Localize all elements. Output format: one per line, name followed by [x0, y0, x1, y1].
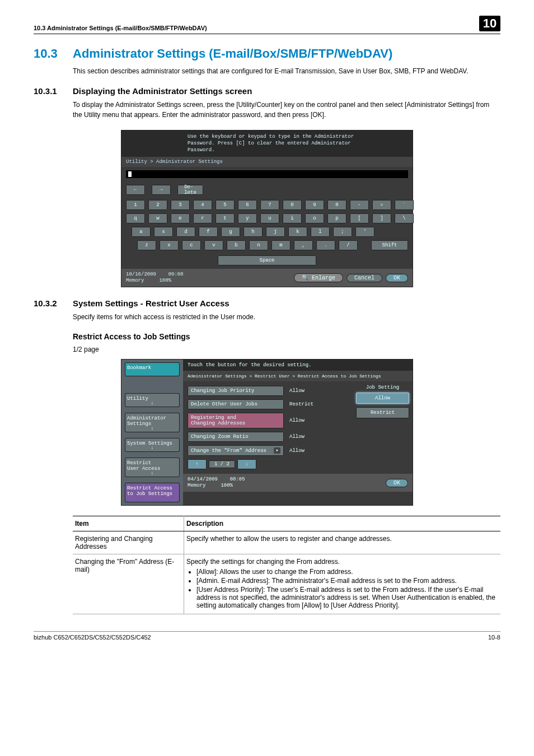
chevron-down-icon: ↓: [151, 400, 153, 406]
key-q[interactable]: q: [126, 213, 145, 223]
key-v[interactable]: v: [204, 240, 223, 250]
key-r[interactable]: r: [193, 213, 212, 223]
job-setting-label: Job Setting: [356, 385, 409, 390]
key-0[interactable]: 0: [327, 200, 346, 210]
sidebar-utility[interactable]: Utility↓: [125, 393, 180, 407]
key--[interactable]: -: [350, 200, 369, 210]
key-k[interactable]: k: [288, 227, 307, 237]
admin-password-screenshot: Use the keyboard or keypad to type in th…: [121, 130, 413, 287]
key-x[interactable]: x: [160, 240, 179, 250]
prompt-line-2: Password. Press [C] to clear the entered…: [188, 141, 354, 147]
space-key[interactable]: Space: [218, 255, 316, 265]
sidebar-restrict-user-access[interactable]: Restrict User Access↓: [125, 458, 180, 477]
sidebar-admin-settings[interactable]: Administrator Settings↓: [125, 413, 180, 432]
row-registering-changing-addresses[interactable]: Registering and Changing Addresses: [188, 413, 284, 428]
subsection-body: To display the Administrator Settings sc…: [73, 100, 500, 120]
row-delete-other-user-jobs[interactable]: Delete Other User Jobs: [188, 399, 284, 409]
footer-memory-value: 100%: [221, 483, 233, 488]
description-table: Item Description Registering and Changin…: [73, 516, 500, 614]
ok-button[interactable]: OK: [386, 274, 408, 282]
chevron-down-icon: ▾: [274, 447, 280, 454]
row-changing-zoom-ratio[interactable]: Changing Zoom Ratio: [188, 432, 284, 442]
key-i[interactable]: i: [283, 213, 302, 223]
table-row-desc: Specify the settings for changing the Fr…: [184, 554, 501, 614]
key-2[interactable]: 2: [148, 200, 167, 210]
h3-title: Restrict Access to Job Settings: [73, 332, 500, 341]
allow-button[interactable]: Allow: [356, 393, 409, 404]
restrict-access-screenshot: Bookmark Utility↓ Administrator Settings…: [121, 359, 413, 506]
th-item: Item: [73, 516, 184, 531]
footer-page-number: 10-8: [488, 634, 500, 641]
key-y[interactable]: y: [238, 213, 257, 223]
pager-down-button[interactable]: ↓: [237, 459, 256, 469]
key-=[interactable]: =: [372, 200, 391, 210]
subsection-body: Specify items for which access is restri…: [73, 312, 500, 322]
key-9[interactable]: 9: [305, 200, 324, 210]
footer-time: 09:08: [168, 272, 184, 277]
row-change-from-address[interactable]: Change the "From" Address▾: [188, 445, 284, 456]
pager-up-button[interactable]: ↑: [188, 459, 207, 469]
section-title: Administrator Settings (E-mail/Box/SMB/F…: [73, 46, 392, 61]
key-f[interactable]: f: [199, 227, 218, 237]
key-,[interactable]: ,: [294, 240, 313, 250]
key-\[interactable]: \: [395, 213, 414, 223]
key-d[interactable]: d: [176, 227, 195, 237]
shift-key[interactable]: Shift: [371, 240, 408, 250]
sidebar-restrict-access-job[interactable]: Restrict Access to Job Settings: [125, 483, 180, 502]
sidebar-system-settings[interactable]: System Settings↓: [125, 438, 180, 452]
subsection-number: 10.3.2: [34, 298, 73, 308]
arrow-left-button[interactable]: ←: [126, 185, 145, 195]
footer-model: bizhub C652/C652DS/C552/C552DS/C452: [34, 634, 488, 641]
sidebar-bookmark[interactable]: Bookmark: [125, 362, 180, 376]
key-`[interactable]: `: [395, 200, 414, 210]
key-s[interactable]: s: [154, 227, 173, 237]
key-][interactable]: ]: [372, 213, 391, 223]
cancel-button[interactable]: Cancel: [346, 274, 382, 282]
key-5[interactable]: 5: [216, 200, 235, 210]
key-c[interactable]: c: [182, 240, 201, 250]
key-/[interactable]: /: [339, 240, 358, 250]
key-.[interactable]: .: [316, 240, 335, 250]
delete-button[interactable]: De- lete: [177, 185, 203, 195]
key-p[interactable]: p: [327, 213, 346, 223]
footer-memory-label: Memory: [188, 483, 205, 488]
key-m[interactable]: m: [271, 240, 291, 250]
key-j[interactable]: j: [266, 227, 285, 237]
key-4[interactable]: 4: [193, 200, 212, 210]
page-indicator: 1/2 page: [73, 346, 500, 353]
ok-button[interactable]: OK: [386, 479, 408, 487]
key-6[interactable]: 6: [238, 200, 257, 210]
key-g[interactable]: g: [221, 227, 240, 237]
password-input[interactable]: [126, 170, 408, 178]
table-row-item: Registering and Changing Addresses: [73, 531, 184, 554]
prompt-line-1: Use the keyboard or keypad to type in th…: [188, 134, 354, 141]
key-'[interactable]: ': [355, 227, 374, 237]
key-t[interactable]: t: [216, 213, 235, 223]
key-3[interactable]: 3: [171, 200, 190, 210]
chevron-down-icon: ↓: [151, 470, 153, 476]
row-value: Allow: [287, 388, 329, 394]
key-u[interactable]: u: [260, 213, 279, 223]
key-[[interactable]: [: [350, 213, 369, 223]
key-h[interactable]: h: [243, 227, 263, 237]
breadcrumb-bar: Administrator Settings > Restrict User >…: [183, 371, 413, 381]
key-8[interactable]: 8: [283, 200, 302, 210]
enlarge-button[interactable]: 🔍 Enlarge: [294, 273, 343, 282]
restrict-button[interactable]: Restrict: [356, 407, 409, 418]
key-l[interactable]: l: [311, 227, 330, 237]
intro-paragraph: This section describes administrator set…: [73, 67, 500, 76]
key-z[interactable]: z: [137, 240, 156, 250]
key-1[interactable]: 1: [126, 200, 145, 210]
key-;[interactable]: ;: [333, 227, 352, 237]
key-n[interactable]: n: [249, 240, 268, 250]
footer-memory-label: Memory: [126, 278, 144, 283]
key-w[interactable]: w: [148, 213, 167, 223]
key-7[interactable]: 7: [260, 200, 279, 210]
key-o[interactable]: o: [305, 213, 324, 223]
arrow-right-button[interactable]: →: [152, 185, 171, 195]
key-e[interactable]: e: [171, 213, 190, 223]
key-a[interactable]: a: [132, 227, 151, 237]
chapter-number-box: 10: [479, 16, 500, 31]
key-b[interactable]: b: [227, 240, 246, 250]
row-changing-job-priority[interactable]: Changing Job Priority: [188, 386, 284, 396]
